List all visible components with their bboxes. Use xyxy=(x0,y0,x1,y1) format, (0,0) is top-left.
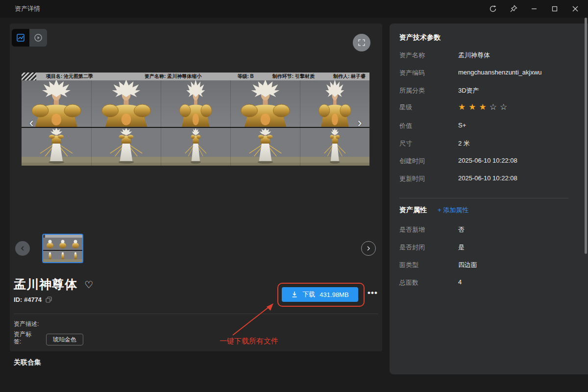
asset-description-label: 资产描述: xyxy=(14,320,39,328)
attr-row-is-closed: 是否封闭是 xyxy=(399,243,576,252)
window-title: 资产详情 xyxy=(15,4,40,13)
param-row-updated: 更新时间2025-06-10 10:22:08 xyxy=(399,174,576,183)
character-render-full-front-2 xyxy=(91,128,161,166)
attr-row-face-count: 总面数4 xyxy=(399,278,576,287)
sheet-grade: 等级: B xyxy=(237,73,253,80)
annotation-arrow xyxy=(216,300,284,339)
thumbnail-image xyxy=(43,235,82,262)
star-rating[interactable]: ★★★☆☆ xyxy=(458,103,507,112)
annotation-text: 一键下载所有文件 xyxy=(220,337,278,346)
copy-icon[interactable] xyxy=(46,296,52,303)
attr-row-is-new: 是否新增否 xyxy=(399,225,576,234)
pin-icon[interactable] xyxy=(506,1,521,16)
asset-title-row: 孟川神尊体 ♡ xyxy=(14,276,93,293)
render-row-fullbody xyxy=(22,128,369,166)
titlebar: 资产详情 xyxy=(0,0,588,18)
more-options-button[interactable]: ••• xyxy=(368,288,378,298)
param-row-stars: 星级★★★☆☆ xyxy=(399,103,576,112)
thumbnail-next-button[interactable] xyxy=(361,241,376,256)
view-mode-toggles xyxy=(12,29,47,47)
maximize-icon[interactable] xyxy=(547,1,563,16)
sheet-asset-name: 资产名称: 孟川神尊体缩小 xyxy=(145,73,201,80)
favorite-heart-icon[interactable]: ♡ xyxy=(84,280,93,290)
sheet-stage: 制作环节: 引擎材质 xyxy=(272,73,315,80)
refresh-icon[interactable] xyxy=(485,1,501,16)
character-render-full-back xyxy=(230,128,300,166)
character-render-full-side xyxy=(161,128,230,166)
star-filled-icon[interactable]: ★ xyxy=(458,103,466,112)
app-window: 资产详情 xyxy=(0,0,588,392)
download-size: 431.98MB xyxy=(319,291,348,298)
image-view-toggle[interactable] xyxy=(12,29,29,47)
asset-title: 孟川神尊体 xyxy=(14,276,77,293)
hatch-pattern xyxy=(22,73,36,80)
asset-attrs-title: 资产属性 xyxy=(399,206,427,215)
attr-row-face-type: 面类型四边面 xyxy=(399,261,576,270)
asset-viewer-panel: 项目名: 沧元图第二季 资产名称: 孟川神尊体缩小 等级: B 制作环节: 引擎… xyxy=(10,24,382,351)
star-filled-icon[interactable]: ★ xyxy=(479,103,487,112)
fullscreen-button[interactable] xyxy=(353,34,370,51)
param-row-value: 价值S+ xyxy=(399,122,576,130)
asset-attrs-header: 资产属性 + 添加属性 xyxy=(399,206,468,215)
preview-image: 项目名: 沧元图第二季 资产名称: 孟川神尊体缩小 等级: B 制作环节: 引擎… xyxy=(22,73,369,166)
character-render-full-front xyxy=(22,128,91,166)
param-row-code: 资产编码mengchuanshenzunti_akjxwu xyxy=(399,69,576,77)
param-row-category: 所属分类3D资产 xyxy=(399,86,576,95)
param-row-size: 尺寸2 米 xyxy=(399,139,576,148)
window-controls xyxy=(485,0,583,18)
character-render-bust-back xyxy=(230,80,300,127)
add-attribute-link[interactable]: + 添加属性 xyxy=(438,206,468,215)
sheet-project-name: 项目名: 沧元图第二季 xyxy=(46,73,93,80)
sheet-info-bar: 项目名: 沧元图第二季 资产名称: 孟川神尊体缩小 等级: B 制作环节: 引擎… xyxy=(22,73,369,80)
tag-chip[interactable]: 琥珀金色 xyxy=(46,334,83,345)
param-row-name: 资产名称孟川神尊体 xyxy=(399,51,576,60)
thumbnail-prev-button[interactable] xyxy=(15,241,30,256)
related-collections-title: 关联合集 xyxy=(14,358,41,367)
asset-properties-panel: 资产技术参数 资产名称孟川神尊体 资产编码mengchuanshenzunti_… xyxy=(390,24,588,374)
video-view-toggle[interactable] xyxy=(29,29,47,47)
character-render-full-profile xyxy=(300,128,369,166)
star-empty-icon[interactable]: ☆ xyxy=(500,103,507,112)
asset-tags-label: 资产标签: xyxy=(14,331,38,345)
scrollbar-thumb[interactable] xyxy=(585,18,587,254)
panel-divider xyxy=(399,198,568,198)
close-icon[interactable] xyxy=(567,1,583,16)
asset-id: ID: #4774 xyxy=(14,296,42,303)
sheet-maker: 制作人: 林子睿 xyxy=(333,73,366,80)
tech-params-title: 资产技术参数 xyxy=(399,33,441,42)
download-label: 下载 xyxy=(302,290,315,299)
thumbnail-selected[interactable] xyxy=(42,234,83,263)
carousel-next-icon[interactable]: › xyxy=(354,115,366,130)
info-divider xyxy=(14,314,378,314)
param-row-created: 创建时间2025-06-10 10:22:08 xyxy=(399,157,576,166)
character-render-bust-side xyxy=(161,80,230,127)
star-empty-icon[interactable]: ☆ xyxy=(490,103,497,112)
carousel-prev-icon[interactable]: ‹ xyxy=(25,115,37,130)
download-icon xyxy=(291,291,298,298)
star-filled-icon[interactable]: ★ xyxy=(468,103,476,112)
download-button[interactable]: 下载 431.98MB xyxy=(282,287,358,302)
asset-id-row: ID: #4774 xyxy=(14,296,52,303)
render-row-bust xyxy=(22,80,369,127)
character-render-bust-front-2 xyxy=(91,80,161,127)
minimize-icon[interactable] xyxy=(526,1,542,16)
